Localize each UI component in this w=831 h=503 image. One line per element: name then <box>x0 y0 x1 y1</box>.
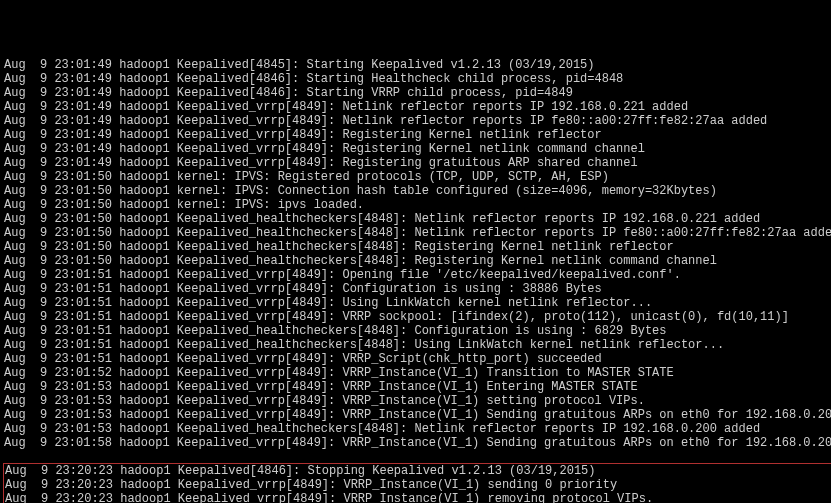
log-line: Aug 9 23:01:50 hadoop1 kernel: IPVS: Reg… <box>4 170 831 184</box>
log-line: Aug 9 23:01:53 hadoop1 Keepalived_vrrp[4… <box>4 408 831 422</box>
log-line: Aug 9 23:01:53 hadoop1 Keepalived_vrrp[4… <box>4 394 831 408</box>
log-line: Aug 9 23:01:49 hadoop1 Keepalived_vrrp[4… <box>4 142 831 156</box>
log-line: Aug 9 23:01:53 hadoop1 Keepalived_health… <box>4 422 831 436</box>
log-line: Aug 9 23:01:49 hadoop1 Keepalived_vrrp[4… <box>4 156 831 170</box>
log-line: Aug 9 23:01:50 hadoop1 kernel: IPVS: Con… <box>4 184 831 198</box>
log-line: Aug 9 23:01:51 hadoop1 Keepalived_vrrp[4… <box>4 310 831 324</box>
log-line: Aug 9 23:20:23 hadoop1 Keepalived[4846]:… <box>5 464 831 478</box>
highlighted-log-block: Aug 9 23:20:23 hadoop1 Keepalived[4846]:… <box>3 463 831 503</box>
log-line: Aug 9 23:01:49 hadoop1 Keepalived_vrrp[4… <box>4 114 831 128</box>
log-line: Aug 9 23:01:50 hadoop1 Keepalived_health… <box>4 212 831 226</box>
log-line: Aug 9 23:01:50 hadoop1 kernel: IPVS: ipv… <box>4 198 831 212</box>
log-line: Aug 9 23:01:51 hadoop1 Keepalived_health… <box>4 338 831 352</box>
log-line: Aug 9 23:20:23 hadoop1 Keepalived_vrrp[4… <box>5 492 831 503</box>
log-line: Aug 9 23:01:50 hadoop1 Keepalived_health… <box>4 254 831 268</box>
log-line: Aug 9 23:01:50 hadoop1 Keepalived_health… <box>4 226 831 240</box>
log-line: Aug 9 23:01:51 hadoop1 Keepalived_vrrp[4… <box>4 352 831 366</box>
log-line: Aug 9 23:01:49 hadoop1 Keepalived[4846]:… <box>4 86 831 100</box>
log-line: Aug 9 23:01:51 hadoop1 Keepalived_vrrp[4… <box>4 282 831 296</box>
log-line: Aug 9 23:01:50 hadoop1 Keepalived_health… <box>4 240 831 254</box>
log-line: Aug 9 23:01:51 hadoop1 Keepalived_vrrp[4… <box>4 296 831 310</box>
log-line: Aug 9 23:01:49 hadoop1 Keepalived_vrrp[4… <box>4 100 831 114</box>
log-line: Aug 9 23:01:58 hadoop1 Keepalived_vrrp[4… <box>4 436 831 450</box>
log-output: Aug 9 23:01:49 hadoop1 Keepalived[4845]:… <box>4 58 831 450</box>
log-line: Aug 9 23:01:52 hadoop1 Keepalived_vrrp[4… <box>4 366 831 380</box>
log-line: Aug 9 23:01:49 hadoop1 Keepalived[4846]:… <box>4 72 831 86</box>
log-line: Aug 9 23:20:23 hadoop1 Keepalived_vrrp[4… <box>5 478 831 492</box>
log-line: Aug 9 23:01:51 hadoop1 Keepalived_vrrp[4… <box>4 268 831 282</box>
log-line: Aug 9 23:01:51 hadoop1 Keepalived_health… <box>4 324 831 338</box>
log-line: Aug 9 23:01:49 hadoop1 Keepalived_vrrp[4… <box>4 128 831 142</box>
log-line: Aug 9 23:01:53 hadoop1 Keepalived_vrrp[4… <box>4 380 831 394</box>
log-line: Aug 9 23:01:49 hadoop1 Keepalived[4845]:… <box>4 58 831 72</box>
